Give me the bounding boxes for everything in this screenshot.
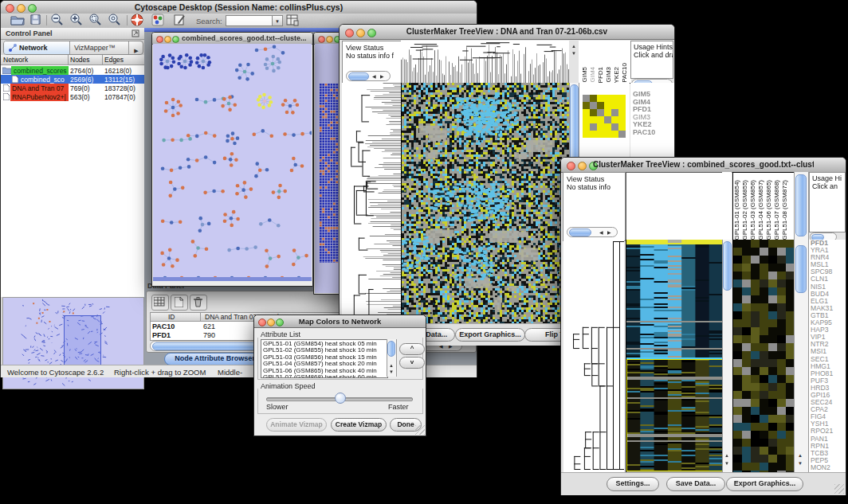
column-label[interactable]: GIM5: [581, 67, 589, 83]
tv2-zoom-heatmap[interactable]: [732, 240, 795, 472]
tv1-row-dendrogram[interactable]: [342, 83, 401, 323]
tab-network[interactable]: Network: [4, 41, 70, 54]
minimize-button[interactable]: [267, 318, 275, 326]
select-attributes-button[interactable]: [151, 295, 169, 311]
data-row-id[interactable]: PFD1: [152, 331, 171, 339]
network-row-dna-tran[interactable]: DNA and Tran 07 769(0) 183728(0): [1, 84, 144, 92]
resize-grip[interactable]: [415, 425, 425, 435]
vizmapper-button[interactable]: [151, 14, 167, 28]
save-data-button[interactable]: Save Data...: [666, 477, 725, 491]
main-titlebar[interactable]: Cytoscape Desktop (Session Name: collins…: [1, 1, 477, 14]
network-titlebar[interactable]: combined_scores_good.txt--cluste...: [152, 33, 312, 45]
column-label[interactable]: PAC10: [621, 63, 629, 83]
column-label[interactable]: GPL51-06 (GSM865): [765, 180, 773, 240]
float-panel-icon[interactable]: [132, 29, 139, 37]
attribute-browser-button[interactable]: [286, 14, 302, 28]
attribute-list-item[interactable]: GPL51-07 (GSM868) heat shock 60 min: [263, 374, 387, 378]
col-nodes[interactable]: Nodes: [70, 56, 90, 64]
delete-attribute-button[interactable]: [190, 295, 207, 311]
data-row-value[interactable]: 621: [203, 322, 215, 330]
scroll-left-icon[interactable]: ◀: [599, 230, 603, 235]
minimize-button[interactable]: [164, 36, 171, 43]
attribute-list-scrollbar[interactable]: ▲ ▼: [387, 339, 397, 377]
column-label[interactable]: GPL51-02 (GSM855): [741, 180, 749, 240]
search-dropdown-button[interactable]: ▼: [272, 15, 283, 26]
treeview2-titlebar[interactable]: ClusterMaker TreeView : combined_scores_…: [561, 158, 846, 173]
col-network[interactable]: Network: [3, 56, 28, 64]
speed-slider-thumb[interactable]: [335, 393, 346, 404]
column-label[interactable]: PFD1: [597, 67, 605, 83]
column-label[interactable]: GPL51-08 (GSM872): [781, 180, 789, 240]
network-row-combined-sco-selected[interactable]: combined_sco 2569(6) 13112(15): [1, 75, 144, 84]
node-attribute-browser-button[interactable]: Node Attribute Browser: [164, 353, 265, 365]
minimize-button[interactable]: [17, 4, 26, 13]
animate-vizmap-button[interactable]: Animate Vizmap: [266, 418, 327, 432]
tv1-column-dendrogram[interactable]: [401, 41, 569, 84]
scroll-down-icon[interactable]: ▼: [724, 461, 729, 466]
minimize-button[interactable]: [326, 36, 333, 43]
search-input[interactable]: [226, 15, 274, 26]
treeview1-titlebar[interactable]: ClusterMaker TreeView : DNA and Tran 07-…: [340, 25, 674, 40]
data-col-id[interactable]: ID: [168, 313, 175, 321]
tv1-heatmap[interactable]: [401, 83, 570, 323]
save-session-button[interactable]: [29, 14, 45, 28]
network-row-combined-scores[interactable]: combined_scores 2764(0) 16218(0): [1, 66, 144, 75]
export-graphics-button[interactable]: Export Graphics...: [455, 328, 525, 342]
close-button[interactable]: [345, 29, 354, 37]
scroll-down-icon[interactable]: ▼: [571, 51, 576, 56]
tv2-status-scrollbar[interactable]: ◀ ▶: [567, 227, 618, 237]
close-button[interactable]: [258, 318, 266, 326]
gene-label[interactable]: MON2: [811, 464, 846, 471]
tab-overflow-button[interactable]: ▶: [128, 41, 143, 54]
col-edges[interactable]: Edges: [104, 56, 124, 64]
column-label[interactable]: GPL51-04 (GSM857): [757, 180, 765, 240]
column-label[interactable]: GIM4: [589, 67, 597, 83]
minimize-button[interactable]: [356, 29, 365, 37]
minimize-button[interactable]: [578, 162, 587, 170]
scroll-right-icon[interactable]: ▶: [380, 74, 384, 79]
tv2-vscrollbar[interactable]: ▲ ▼: [722, 240, 733, 472]
column-label[interactable]: GPL51-07 (GSM868): [773, 180, 781, 240]
settings-button[interactable]: Settings...: [607, 477, 659, 491]
move-down-button[interactable]: v: [399, 357, 425, 369]
annotation-button[interactable]: [173, 14, 189, 28]
zoom-window-button[interactable]: [276, 318, 284, 326]
close-button[interactable]: [156, 36, 163, 43]
column-label[interactable]: YKE2: [613, 67, 621, 83]
tv2-row-dendrogram[interactable]: [563, 240, 624, 472]
scroll-left-icon[interactable]: ◀: [372, 74, 376, 79]
scroll-up-icon[interactable]: ▲: [389, 363, 394, 368]
close-button[interactable]: [318, 36, 325, 43]
tv1-zoom[interactable]: [583, 95, 626, 138]
close-button[interactable]: [567, 162, 575, 170]
tab-vizmapper[interactable]: VizMapper™: [69, 41, 128, 54]
close-button[interactable]: [6, 4, 14, 13]
dialog-titlebar[interactable]: Map Colors to Network: [254, 315, 426, 328]
zoom-selected-button[interactable]: [88, 14, 104, 28]
column-label[interactable]: GPL51-01 (GSM854): [733, 180, 741, 240]
export-graphics-button[interactable]: Export Graphics...: [726, 477, 803, 491]
column-label[interactable]: GIM3: [605, 67, 613, 83]
zoom-out-button[interactable]: [50, 14, 66, 28]
tv2-heatmap[interactable]: [626, 240, 723, 472]
zoom-window-button[interactable]: [172, 36, 179, 43]
gene-label[interactable]: PAC10: [633, 129, 674, 137]
resize-grip[interactable]: [834, 484, 844, 494]
scroll-down-icon[interactable]: ▼: [798, 461, 803, 466]
network-canvas[interactable]: [153, 44, 312, 281]
scroll-down-icon[interactable]: ▼: [389, 369, 394, 374]
data-row-id[interactable]: PAC10: [152, 322, 175, 330]
help-button[interactable]: [131, 14, 147, 28]
scroll-up-icon[interactable]: ▲: [798, 453, 803, 458]
tv2-zoom-scrollbar[interactable]: ▲ ▼: [794, 240, 809, 472]
column-label[interactable]: GPL51-03 (GSM856): [749, 180, 757, 240]
zoom-in-button[interactable]: [69, 14, 85, 28]
zoom-fit-button[interactable]: [108, 14, 124, 28]
scroll-up-icon[interactable]: ▲: [571, 44, 576, 49]
data-row-value[interactable]: 790: [203, 331, 215, 339]
scroll-up-icon[interactable]: ▲: [724, 453, 729, 458]
tv2-label-scrollbar[interactable]: [794, 172, 809, 240]
network-row-rnapuber[interactable]: RNAPuberNov2+| 563(0) 107847(0): [1, 92, 144, 101]
scroll-right-icon[interactable]: ▶: [607, 230, 611, 235]
tv1-status-scrollbar[interactable]: ◀ ▶: [346, 71, 391, 81]
